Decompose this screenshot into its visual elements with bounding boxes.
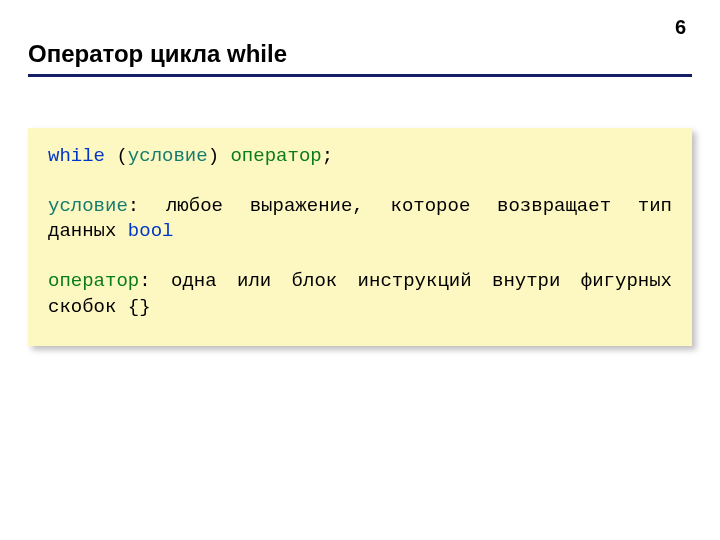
blank-line bbox=[48, 170, 672, 194]
slide-title: Оператор цикла while bbox=[28, 40, 287, 68]
semicolon: ; bbox=[322, 145, 333, 167]
paren-open: ( bbox=[105, 145, 128, 167]
operator-description: оператор: одна или блок инструкций внутр… bbox=[48, 269, 672, 320]
condition-description: условие: любое выражение, которое возвра… bbox=[48, 194, 672, 245]
placeholder-operator: оператор bbox=[230, 145, 321, 167]
keyword-bool: bool bbox=[128, 220, 174, 242]
blank-line bbox=[48, 245, 672, 269]
page-number: 6 bbox=[675, 16, 686, 39]
paren-close: ) bbox=[208, 145, 231, 167]
placeholder-condition: условие bbox=[128, 145, 208, 167]
keyword-while: while bbox=[48, 145, 105, 167]
title-underline bbox=[28, 74, 692, 77]
operator-text: : одна или блок инструкций внутри фигурн… bbox=[48, 270, 672, 318]
label-operator: оператор bbox=[48, 270, 139, 292]
label-condition: условие bbox=[48, 195, 128, 217]
syntax-line: while (условие) оператор; bbox=[48, 144, 672, 170]
code-block: while (условие) оператор; условие: любое… bbox=[28, 128, 692, 346]
